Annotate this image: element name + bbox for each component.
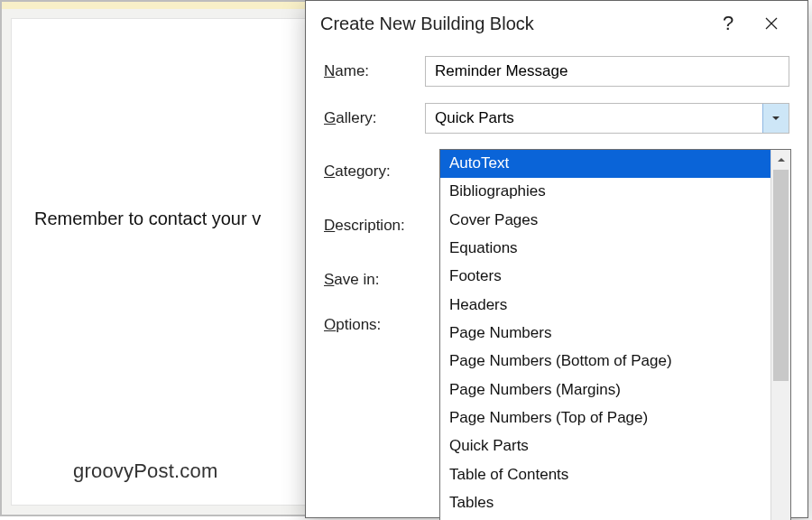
dialog-title: Create New Building Block <box>320 14 706 34</box>
label-category: Category: <box>324 162 425 181</box>
gallery-option[interactable]: Page Numbers (Margins) <box>440 376 770 404</box>
help-button[interactable]: ? <box>706 5 750 42</box>
gallery-option[interactable]: Footers <box>440 263 770 291</box>
gallery-combobox-value: Quick Parts <box>426 104 762 133</box>
label-name: Name: <box>324 62 425 80</box>
close-icon <box>764 16 779 31</box>
row-gallery: Gallery: Quick Parts <box>324 102 789 135</box>
label-description: Description: <box>324 217 425 235</box>
gallery-combobox-button[interactable] <box>762 104 789 133</box>
gallery-option[interactable]: Page Numbers <box>440 320 770 348</box>
name-input[interactable] <box>425 56 789 87</box>
gallery-option[interactable]: Table of Contents <box>440 461 770 489</box>
dialog-form: Name: Gallery: Quick Parts <box>306 46 807 135</box>
watermark-text: groovyPost.com <box>73 460 218 483</box>
chevron-down-icon <box>771 114 780 123</box>
row-name: Name: <box>324 55 789 88</box>
gallery-option[interactable]: Tables <box>440 489 770 517</box>
gallery-option[interactable]: Cover Pages <box>440 207 770 235</box>
gallery-option[interactable]: Headers <box>440 292 770 320</box>
gallery-option[interactable]: Page Numbers (Bottom of Page) <box>440 348 770 376</box>
scrollbar-track[interactable] <box>771 170 790 520</box>
svg-marker-2 <box>772 116 780 120</box>
close-button[interactable] <box>750 5 793 42</box>
app-window: Remember to contact your v groovyPost.co… <box>0 0 808 516</box>
label-options: Options: <box>324 316 425 334</box>
gallery-option[interactable]: AutoText <box>440 150 770 178</box>
scroll-up-button[interactable] <box>771 150 790 170</box>
dropdown-scrollbar[interactable] <box>770 150 790 520</box>
label-gallery: Gallery: <box>324 109 425 127</box>
gallery-option[interactable]: Equations <box>440 235 770 263</box>
label-save-in: Save in: <box>324 271 425 289</box>
gallery-combobox[interactable]: Quick Parts <box>425 103 789 134</box>
chevron-up-icon <box>777 155 786 164</box>
gallery-dropdown: AutoTextBibliographiesCover PagesEquatio… <box>439 149 791 520</box>
gallery-option[interactable]: Quick Parts <box>440 432 770 460</box>
create-building-block-dialog: Create New Building Block ? Name: Galler… <box>305 0 808 518</box>
gallery-dropdown-list: AutoTextBibliographiesCover PagesEquatio… <box>440 150 770 520</box>
scrollbar-thumb[interactable] <box>773 170 789 381</box>
dialog-titlebar: Create New Building Block ? <box>306 1 807 46</box>
document-body-text: Remember to contact your v <box>34 209 261 229</box>
svg-marker-3 <box>778 158 785 162</box>
gallery-option[interactable]: Bibliographies <box>440 178 770 206</box>
gallery-option[interactable]: Page Numbers (Top of Page) <box>440 404 770 432</box>
